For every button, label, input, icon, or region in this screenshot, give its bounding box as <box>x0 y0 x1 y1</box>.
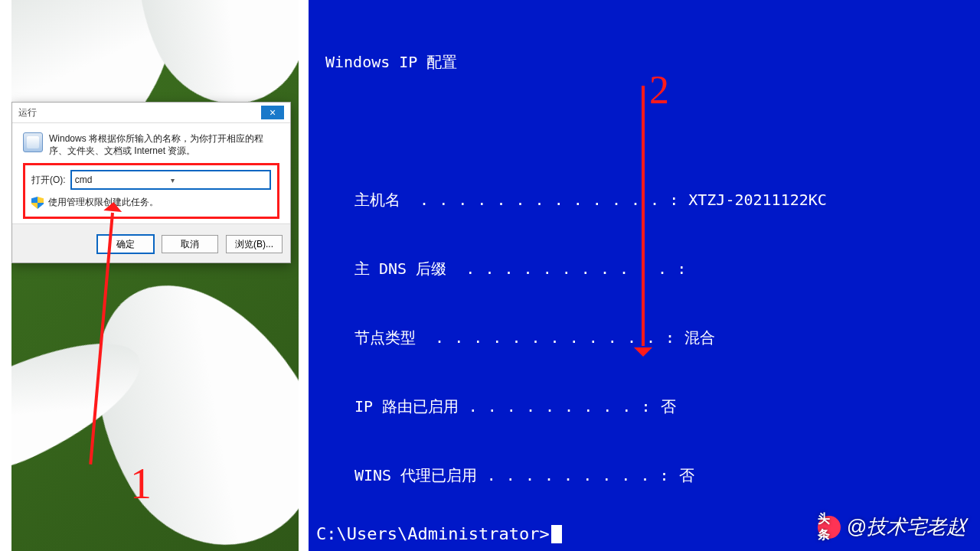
run-dialog: 运行 × Windows 将根据你所输入的名称，为你打开相应的程序、文件夹、文档… <box>11 102 291 263</box>
annotation-number-1: 1 <box>130 459 152 508</box>
wins-proxy-value: 否 <box>679 464 694 487</box>
wins-proxy-label: WINS 代理已启用 <box>354 464 477 487</box>
host-label: 主机名 <box>354 188 400 211</box>
run-dialog-description: Windows 将根据你所输入的名称，为你打开相应的程序、文件夹、文档或 Int… <box>49 132 279 157</box>
dns-suffix-label: 主 DNS 后缀 <box>354 257 446 280</box>
shield-icon <box>31 197 44 209</box>
cancel-button[interactable]: 取消 <box>162 235 218 253</box>
annotation-highlight-1: 打开(O): cmd ▾ 使用管理权限创建此任务。 <box>23 163 279 219</box>
run-dialog-title: 运行 <box>18 106 37 119</box>
watermark-text: @技术宅老赵 <box>847 514 966 540</box>
watermark: 头条 @技术宅老赵 <box>818 514 966 540</box>
annotation-arrow-2 <box>642 86 645 346</box>
browse-button[interactable]: 浏览(B)... <box>226 235 283 253</box>
desktop-wallpaper: 运行 × Windows 将根据你所输入的名称，为你打开相应的程序、文件夹、文档… <box>11 0 299 551</box>
open-value: cmd <box>75 174 171 185</box>
watermark-logo-icon: 头条 <box>818 516 841 539</box>
run-dialog-buttons: 确定 取消 浏览(B)... <box>12 223 290 262</box>
open-label: 打开(O): <box>31 174 66 187</box>
node-type-label: 节点类型 <box>354 326 416 349</box>
close-icon[interactable]: × <box>261 106 284 119</box>
prompt-text: C:\Users\Administrator> <box>316 524 550 543</box>
cmd-prompt[interactable]: C:\Users\Administrator> <box>309 524 562 543</box>
node-type-value: 混合 <box>684 326 715 349</box>
run-dialog-icon <box>23 132 43 152</box>
ok-button[interactable]: 确定 <box>97 235 154 253</box>
host-value: XTZJ-20211122KC <box>688 188 827 211</box>
ip-routing-value: 否 <box>661 395 676 418</box>
cursor-icon <box>551 525 562 543</box>
chevron-down-icon[interactable]: ▾ <box>171 176 266 184</box>
open-combobox[interactable]: cmd ▾ <box>70 170 271 190</box>
ip-routing-label: IP 路由已启用 <box>354 395 459 418</box>
run-dialog-titlebar[interactable]: 运行 × <box>12 103 290 123</box>
annotation-number-2: 2 <box>649 67 669 112</box>
